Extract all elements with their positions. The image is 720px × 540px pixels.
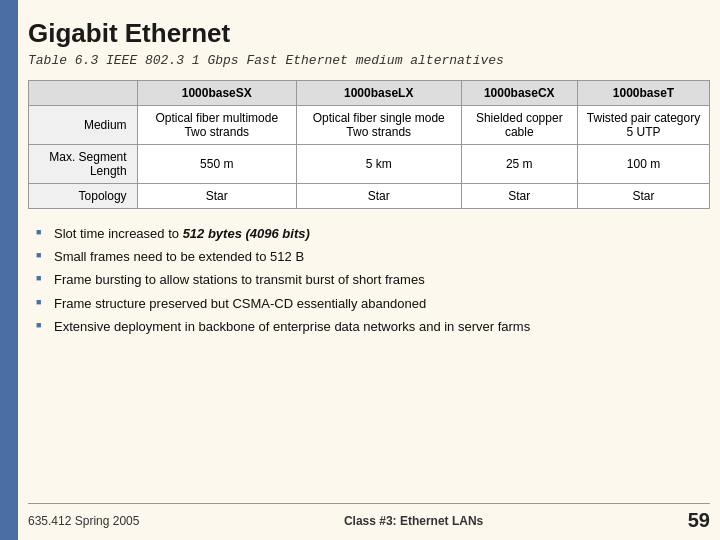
slot-time-value: 512 bytes (4096 bits) xyxy=(183,226,310,241)
table-row-topology: Topology Star Star Star Star xyxy=(29,184,710,209)
footer-class: Class #3: Ethernet LANs xyxy=(344,514,483,528)
content-area: Gigabit Ethernet Table 6.3 IEEE 802.3 1 … xyxy=(28,18,710,530)
row-topology-lx: Star xyxy=(296,184,461,209)
row-segment-lx: 5 km xyxy=(296,145,461,184)
row-segment-sx: 550 m xyxy=(137,145,296,184)
row-label-segment: Max. Segment Length xyxy=(29,145,138,184)
row-label-medium: Medium xyxy=(29,106,138,145)
row-label-topology: Topology xyxy=(29,184,138,209)
col-header-t: 1000baseT xyxy=(578,81,710,106)
list-item-2: Small frames need to be extended to 512 … xyxy=(36,248,710,266)
row-medium-t: Twisted pair category 5 UTP xyxy=(578,106,710,145)
row-segment-t: 100 m xyxy=(578,145,710,184)
slide-footer: 635.412 Spring 2005 Class #3: Ethernet L… xyxy=(28,503,710,532)
col-header-empty xyxy=(29,81,138,106)
row-medium-cx: Shielded copper cable xyxy=(461,106,578,145)
table-row-medium: Medium Optical fiber multimode Two stran… xyxy=(29,106,710,145)
bullet-list: Slot time increased to 512 bytes (4096 b… xyxy=(36,225,710,336)
row-medium-sx: Optical fiber multimode Two strands xyxy=(137,106,296,145)
col-header-lx: 1000baseLX xyxy=(296,81,461,106)
list-item-3: Frame bursting to allow stations to tran… xyxy=(36,271,710,289)
list-item-4: Frame structure preserved but CSMA-CD es… xyxy=(36,295,710,313)
row-topology-sx: Star xyxy=(137,184,296,209)
list-item-5: Extensive deployment in backbone of ente… xyxy=(36,318,710,336)
col-header-sx: 1000baseSX xyxy=(137,81,296,106)
slide-container: Gigabit Ethernet Table 6.3 IEEE 802.3 1 … xyxy=(0,0,720,540)
slide-subtitle: Table 6.3 IEEE 802.3 1 Gbps Fast Etherne… xyxy=(28,53,710,68)
table-row-segment: Max. Segment Length 550 m 5 km 25 m 100 … xyxy=(29,145,710,184)
row-medium-lx: Optical fiber single mode Two strands xyxy=(296,106,461,145)
list-item-1: Slot time increased to 512 bytes (4096 b… xyxy=(36,225,710,243)
ethernet-table: 1000baseSX 1000baseLX 1000baseCX 1000bas… xyxy=(28,80,710,209)
row-segment-cx: 25 m xyxy=(461,145,578,184)
row-topology-t: Star xyxy=(578,184,710,209)
left-accent-bar xyxy=(0,0,18,540)
col-header-cx: 1000baseCX xyxy=(461,81,578,106)
footer-page: 59 xyxy=(688,509,710,532)
slide-title: Gigabit Ethernet xyxy=(28,18,710,49)
row-topology-cx: Star xyxy=(461,184,578,209)
footer-course: 635.412 Spring 2005 xyxy=(28,514,139,528)
